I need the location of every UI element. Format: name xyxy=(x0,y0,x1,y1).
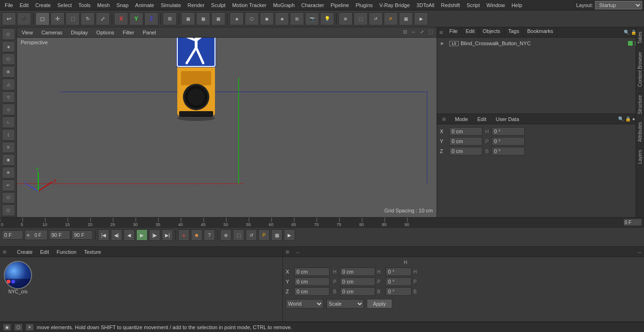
four-view-btn[interactable]: ⊞ xyxy=(290,12,304,25)
left-btn-12[interactable]: ⊕ xyxy=(2,167,15,178)
help-btn[interactable]: ? xyxy=(204,229,215,241)
b-rot-input[interactable] xyxy=(386,287,412,296)
cam-btn[interactable]: 📷 xyxy=(305,12,319,25)
model-mode-button[interactable]: ◻ xyxy=(35,12,50,25)
structure-tab[interactable]: Structure xyxy=(636,91,644,118)
material-item[interactable]: NYC_cro xyxy=(4,261,32,294)
redo-button[interactable]: ⬛ xyxy=(17,12,31,25)
menu-edit[interactable]: Edit xyxy=(17,1,32,9)
layers-tab[interactable]: Layers xyxy=(636,146,644,168)
menu-animate[interactable]: Animate xyxy=(132,1,157,9)
undo-button[interactable]: ↩ xyxy=(2,12,16,25)
z-axis-button[interactable]: Z xyxy=(144,12,158,25)
left-btn-11[interactable]: ◉ xyxy=(2,154,15,166)
attr-lock-icon[interactable]: 🔒 xyxy=(625,116,631,121)
menu-snap[interactable]: Snap xyxy=(114,1,132,9)
grid-btn[interactable]: ▦ xyxy=(399,12,413,25)
x-pos-input[interactable] xyxy=(294,267,330,276)
autokey-btn[interactable]: ⏺ xyxy=(191,229,202,241)
menu-file[interactable]: File xyxy=(2,1,16,9)
move-tool-tl[interactable]: ⊕ xyxy=(220,229,231,241)
content-browser-tab[interactable]: Content Browser xyxy=(636,48,644,90)
menu-window[interactable]: Window xyxy=(484,1,508,9)
menu-sculpt[interactable]: Sculpt xyxy=(208,1,229,9)
pose-btn[interactable]: P xyxy=(384,12,398,25)
vp-icon-1[interactable]: ⊡ xyxy=(402,29,408,36)
tree-item-crosswalk[interactable]: ▶ L0 Blind_Crosswalk_Button_NYC xyxy=(439,40,642,47)
left-btn-3[interactable]: ⬡ xyxy=(2,53,15,65)
menu-pipeline[interactable]: Pipeline xyxy=(328,1,352,9)
rotate-tool-tl[interactable]: ↺ xyxy=(246,229,257,241)
y-axis-button[interactable]: Y xyxy=(129,12,143,25)
y-pos-input[interactable] xyxy=(294,277,330,286)
display-menu[interactable]: Display xyxy=(69,29,90,36)
preview-end-input[interactable] xyxy=(72,230,93,240)
y-rot-input[interactable] xyxy=(340,277,375,286)
current-frame-input[interactable] xyxy=(623,219,642,226)
menu-motion-tracker[interactable]: Motion Tracker xyxy=(229,1,269,9)
menu-redshift[interactable]: Redshift xyxy=(438,1,462,9)
mat-texture[interactable]: Texture xyxy=(82,248,103,256)
step-fwd-btn[interactable]: |▶ xyxy=(149,229,160,241)
left-btn-8[interactable]: L xyxy=(2,116,15,128)
mat-function[interactable]: Function xyxy=(55,248,78,256)
status-btn-3[interactable]: ✕ xyxy=(25,324,34,331)
z-pos-input[interactable] xyxy=(294,287,330,296)
rotate-button[interactable]: ↻ xyxy=(81,12,95,25)
menu-create[interactable]: Create xyxy=(33,1,54,9)
menu-tools[interactable]: Tools xyxy=(75,1,93,9)
move-tool-button[interactable]: ✛ xyxy=(50,12,65,25)
z-rot-input[interactable] xyxy=(340,287,375,296)
coord-y-pos[interactable] xyxy=(449,137,482,146)
viewport-canvas[interactable]: X Y Z Perspective Grid Spacing : 10 cm xyxy=(17,38,437,217)
render-btn[interactable]: ▶ xyxy=(414,12,428,25)
frame-range-start[interactable] xyxy=(30,233,46,238)
play-fwd-btn[interactable]: ▶ xyxy=(136,229,148,241)
tab-bookmarks[interactable]: Bookmarks xyxy=(523,27,557,37)
start-frame-input[interactable] xyxy=(2,230,23,240)
p-rot-input[interactable] xyxy=(386,277,412,286)
cameras-menu[interactable]: Cameras xyxy=(40,29,65,36)
tab-file[interactable]: File xyxy=(446,27,462,37)
h-rot-input[interactable] xyxy=(386,267,412,276)
step-back-btn[interactable]: ◀| xyxy=(111,229,122,241)
scale-dropdown[interactable]: Scale Rotate Move xyxy=(326,299,364,308)
panel-menu[interactable]: Panel xyxy=(141,29,158,36)
search-objects-icon[interactable]: 🔍 xyxy=(624,30,629,35)
left-btn-2[interactable]: ◈ xyxy=(2,41,15,53)
vp-icon-3[interactable]: ⤢ xyxy=(419,29,425,36)
attr-userdata-tab[interactable]: User Data xyxy=(493,115,522,123)
record-btn[interactable]: ● xyxy=(178,229,190,241)
attr-panel-icon[interactable]: ⊞ xyxy=(440,117,448,121)
left-btn-13[interactable]: ↩ xyxy=(2,179,15,191)
x-rot-input[interactable] xyxy=(340,267,375,276)
go-end-btn[interactable]: ▶| xyxy=(162,229,173,241)
menu-mesh[interactable]: Mesh xyxy=(94,1,113,9)
menu-mograph[interactable]: MoGraph xyxy=(270,1,297,9)
pose-tool-tl[interactable]: P xyxy=(258,229,270,241)
snap-button[interactable]: ⊞ xyxy=(163,12,177,25)
menu-character[interactable]: Character xyxy=(298,1,327,9)
mat-panel-icon[interactable]: ⊞ xyxy=(3,250,11,254)
world-dropdown[interactable]: World Object Camera xyxy=(286,299,323,308)
left-btn-4[interactable]: ⊞ xyxy=(2,66,15,78)
options-menu[interactable]: Options xyxy=(94,29,116,36)
coord-z-pos[interactable] xyxy=(449,147,482,155)
layout-dropdown[interactable]: Startup xyxy=(595,1,642,9)
menu-help[interactable]: Help xyxy=(509,1,525,9)
play-back-btn[interactable]: ◀ xyxy=(124,229,135,241)
attributes-tab[interactable]: Attributes xyxy=(636,118,644,146)
timeline-ruler[interactable]: 0 5 10 15 20 25 30 35 40 45 50 xyxy=(0,218,644,228)
coord-h-rot[interactable] xyxy=(492,127,525,136)
box-transform-btn[interactable]: ⬚ xyxy=(354,12,368,25)
left-btn-14[interactable]: ⬡ xyxy=(2,192,15,204)
takes-tab[interactable]: Takes xyxy=(636,27,644,48)
left-btn-9[interactable]: ⟨ xyxy=(2,129,15,141)
scale-tool-tl[interactable]: ⬚ xyxy=(233,229,244,241)
perspective-btn[interactable]: ◈ xyxy=(230,12,244,25)
visibility-dot[interactable] xyxy=(627,40,633,46)
status-btn-2[interactable]: ⬡ xyxy=(14,324,23,331)
front-btn[interactable]: ◈ xyxy=(275,12,289,25)
menu-3dto[interactable]: 3DToAll xyxy=(413,1,437,9)
light-btn[interactable]: 💡 xyxy=(320,12,334,25)
